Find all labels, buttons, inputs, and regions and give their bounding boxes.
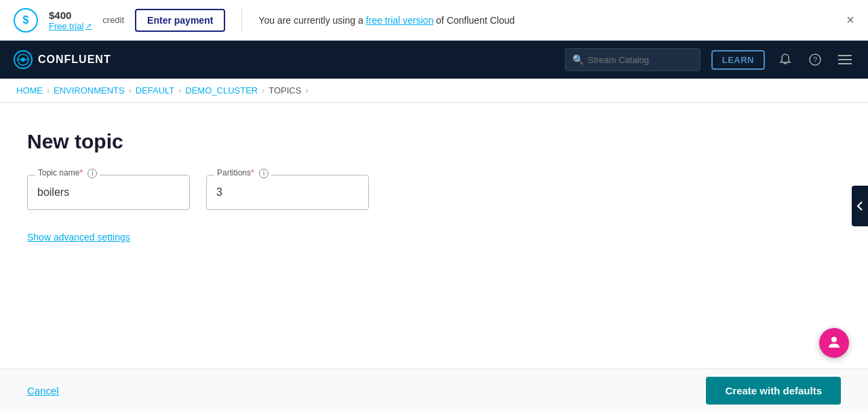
close-banner-button[interactable]: ×	[846, 12, 854, 28]
menu-button[interactable]	[835, 52, 854, 68]
notifications-button[interactable]	[776, 50, 795, 69]
topic-name-info-icon[interactable]: i	[87, 169, 97, 178]
free-trial-link[interactable]: Free trial ↗	[49, 21, 92, 31]
top-banner: $ $400 Free trial ↗ credit Enter payment…	[0, 0, 868, 41]
breadcrumb-default[interactable]: DEFAULT	[136, 85, 175, 96]
main-content: New topic Topic name* i Partitions* i	[0, 103, 868, 412]
banner-divider	[241, 8, 242, 33]
trial-notice: You are currently using a free trial ver…	[258, 15, 835, 26]
breadcrumb-topics: TOPICS	[269, 85, 301, 96]
credit-text: credit	[102, 15, 124, 25]
confluent-logo[interactable]: CONFLUENT	[14, 50, 111, 69]
cancel-button[interactable]: Cancel	[27, 385, 59, 396]
floating-avatar-button[interactable]	[819, 328, 849, 358]
svg-point-1	[21, 58, 25, 62]
svg-text:?: ?	[813, 56, 817, 64]
partitions-label: Partitions* i	[214, 168, 271, 178]
logo-icon	[14, 50, 33, 69]
nav-header: CONFLUENT 🔍 LEARN ?	[0, 41, 868, 79]
page-title: New topic	[27, 130, 841, 153]
show-advanced-settings-link[interactable]: Show advanced settings	[27, 232, 130, 243]
footer-bar: Cancel Create with defaults	[0, 369, 868, 412]
partitions-info-icon[interactable]: i	[259, 169, 269, 178]
breadcrumb-environments[interactable]: ENVIRONMENTS	[54, 85, 125, 96]
avatar-icon	[827, 334, 842, 352]
enter-payment-button[interactable]: Enter payment	[135, 9, 225, 32]
help-button[interactable]: ?	[806, 50, 825, 69]
search-icon: 🔍	[572, 54, 584, 65]
banner-amount: $400	[49, 9, 92, 21]
free-trial-version-link[interactable]: free trial version	[366, 15, 434, 26]
breadcrumb: HOME › ENVIRONMENTS › DEFAULT › DEMO_CLU…	[0, 79, 868, 103]
dollar-icon: $	[14, 8, 38, 33]
search-input[interactable]	[588, 55, 693, 65]
topic-name-input[interactable]	[27, 175, 190, 210]
svg-point-9	[831, 337, 837, 342]
logo-text: CONFLUENT	[38, 54, 111, 66]
topic-name-field-group: Topic name* i	[27, 175, 190, 210]
learn-button[interactable]: LEARN	[711, 50, 765, 70]
search-bar[interactable]: 🔍	[565, 48, 701, 71]
partitions-field-group: Partitions* i	[206, 175, 369, 210]
breadcrumb-home[interactable]: HOME	[16, 85, 43, 96]
form-row: Topic name* i Partitions* i	[27, 175, 841, 210]
topic-name-label: Topic name* i	[35, 168, 100, 178]
partitions-input[interactable]	[206, 175, 369, 210]
breadcrumb-demo-cluster[interactable]: DEMO_CLUSTER	[185, 85, 258, 96]
create-with-defaults-button[interactable]: Create with defaults	[706, 377, 841, 405]
right-panel-toggle[interactable]	[852, 186, 868, 226]
